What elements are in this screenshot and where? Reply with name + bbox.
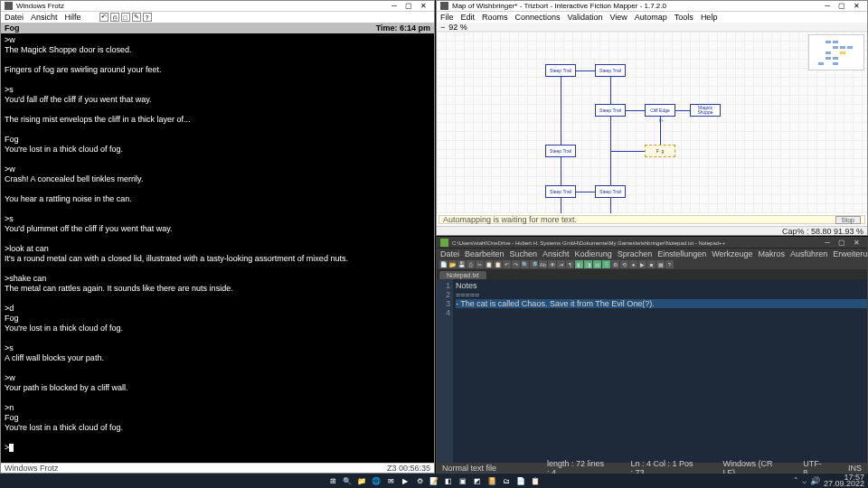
menu-rooms[interactable]: Rooms (482, 13, 508, 22)
menu-help[interactable]: Help (701, 13, 718, 22)
connection[interactable] (675, 110, 690, 111)
menu-automap[interactable]: Automap (635, 13, 667, 22)
tool-icon[interactable]: ✎ (132, 13, 141, 22)
editor-text[interactable]: Notes=====- The cat is called Chaos. Sav… (453, 279, 867, 463)
room-steep-trail[interactable]: Steep Trail (545, 64, 576, 77)
maximize-button[interactable]: ▢ (401, 2, 416, 11)
room-steep-trail[interactable]: Steep Trail (595, 64, 626, 77)
tab-notepad[interactable]: Notepad.txt (439, 271, 486, 279)
npp-tool-icon[interactable]: 🔎 (530, 260, 538, 268)
menu-connections[interactable]: Connections (515, 13, 561, 22)
tool-icon[interactable]: ⎙ (110, 13, 119, 22)
tray-clock[interactable]: 17:57 27.09.2022 (824, 474, 864, 487)
tool-icon[interactable]: ↶ (99, 13, 108, 22)
taskbar[interactable]: ⊞🔍📁🌐✉▶⚙📝◧▣◩📔🗂📄📋 ˄ ⌵ 🔊 17:57 27.09.2022 (0, 474, 868, 488)
m-datei[interactable]: Datei (440, 249, 459, 258)
npp-tool-icon[interactable]: Ab (539, 260, 547, 268)
room-steep-trail[interactable]: Steep Trail (545, 145, 576, 157)
npp-tool-icon[interactable]: 📂 (448, 260, 457, 268)
npp-editor[interactable]: 1234 Notes=====- The cat is called Chaos… (437, 279, 867, 463)
taskbar-item[interactable]: ▣ (457, 475, 469, 486)
npp-tool-icon[interactable]: ▦ (656, 260, 665, 268)
menu-tools[interactable]: Tools (675, 13, 693, 22)
npp-tool-icon[interactable]: 📄 (439, 260, 448, 268)
menu-hilfe[interactable]: Hilfe (65, 13, 81, 22)
room-magick-shoppe[interactable]: Magick Shoppe (690, 104, 721, 117)
triz-canvas[interactable]: Steep TrailSteep TrailSteep TrailCliff E… (437, 32, 867, 213)
maximize-button[interactable]: ▢ (835, 2, 849, 11)
taskbar-item[interactable]: ◩ (471, 475, 484, 486)
connection[interactable] (561, 77, 561, 145)
npp-tool-icon[interactable]: ■ (647, 260, 656, 268)
minimize-button[interactable]: ─ (820, 239, 835, 248)
connection[interactable] (576, 70, 595, 71)
minimap[interactable] (808, 34, 864, 70)
connection[interactable] (610, 77, 611, 104)
taskbar-item[interactable]: 📔 (486, 475, 498, 486)
m-suchen[interactable]: Suchen (510, 249, 538, 258)
room-steep-trail[interactable]: Steep Trail (595, 104, 626, 117)
connection[interactable] (610, 151, 611, 213)
connection[interactable] (561, 157, 561, 185)
npp-tool-icon[interactable]: ⟲ (620, 260, 628, 268)
m-kodierung[interactable]: Kodierung (575, 249, 612, 258)
m-sprachen[interactable]: Sprachen (618, 249, 653, 258)
frotz-titlebar[interactable]: Windows Frotz ─ ▢ ✕ (1, 1, 434, 12)
room-fog[interactable]: Fog (645, 145, 675, 157)
connection[interactable] (576, 192, 595, 192)
taskbar-item[interactable]: ⚙ (413, 475, 426, 486)
m-erw[interactable]: Erweiterungen (833, 249, 868, 258)
taskbar-item[interactable]: 📁 (355, 475, 368, 486)
taskbar-item[interactable]: ◧ (442, 475, 455, 486)
m-ausf[interactable]: Ausführen (790, 249, 827, 258)
npp-tool-icon[interactable]: ◨ (584, 260, 592, 268)
connection[interactable] (610, 151, 645, 152)
tray-chevron-icon[interactable]: ˄ (794, 476, 798, 485)
npp-tool-icon[interactable]: ↶ (503, 260, 511, 268)
m-bearbeiten[interactable]: Bearbeiten (465, 249, 505, 258)
npp-titlebar[interactable]: C:\Users\stahl\OneDrive - Hubert H. Syst… (437, 238, 867, 249)
menu-view[interactable]: View (609, 13, 627, 22)
npp-tool-icon[interactable]: 🔍 (521, 260, 529, 268)
npp-tool-icon[interactable]: 💾 (458, 260, 466, 268)
menu-edit[interactable]: Edit (461, 13, 476, 22)
connection[interactable] (626, 110, 645, 111)
taskbar-item[interactable]: 📄 (514, 475, 527, 486)
m-werkz[interactable]: Werkzeuge (712, 249, 752, 258)
room-cliff-edge[interactable]: Cliff Edge (645, 104, 675, 117)
npp-tool-icon[interactable]: 👁 (548, 260, 556, 268)
m-ansicht[interactable]: Ansicht (542, 249, 570, 258)
room-steep-trail[interactable]: Steep Trail (595, 185, 626, 198)
minimize-button[interactable]: ─ (820, 2, 835, 11)
close-button[interactable]: ✕ (849, 2, 863, 11)
taskbar-item[interactable]: ▶ (399, 475, 411, 486)
menu-ansicht[interactable]: Ansicht (31, 13, 58, 22)
taskbar-item[interactable]: 🌐 (370, 475, 382, 486)
taskbar-item[interactable]: 📋 (529, 475, 542, 486)
npp-tool-icon[interactable]: ⎙ (467, 260, 475, 268)
npp-tool-icon[interactable]: ⚙ (611, 260, 619, 268)
menu-validation[interactable]: Validation (568, 13, 603, 22)
close-button[interactable]: ✕ (849, 239, 863, 248)
taskbar-item[interactable]: 🔍 (341, 475, 354, 486)
m-makros[interactable]: Makros (759, 249, 786, 258)
npp-tool-icon[interactable]: 📋 (485, 260, 493, 268)
minimize-button[interactable]: ─ (387, 2, 401, 11)
tool-icon[interactable]: ? (143, 13, 152, 22)
npp-tool-icon[interactable]: ● (629, 260, 637, 268)
tool-icon[interactable]: □ (121, 13, 130, 22)
prompt-line[interactable]: > (5, 443, 430, 453)
triz-titlebar[interactable]: Map of Wishbringer* - Trizbort - Interac… (437, 1, 867, 12)
npp-tool-icon[interactable]: ▶ (638, 260, 646, 268)
frotz-terminal[interactable]: >wThe Magick Shoppe door is closed. Fing… (1, 33, 434, 463)
npp-tool-icon[interactable]: 📋 (494, 260, 502, 268)
maximize-button[interactable]: ▢ (835, 239, 849, 248)
npp-tool-icon[interactable]: ↷ (512, 260, 520, 268)
taskbar-item[interactable]: ⊞ (326, 475, 339, 486)
npp-tool-icon[interactable]: ✂ (476, 260, 484, 268)
npp-tool-icon[interactable]: ☰ (602, 260, 610, 268)
taskbar-item[interactable]: 📝 (428, 475, 440, 486)
npp-tool-icon[interactable]: ? (665, 260, 674, 268)
zoom-out-icon[interactable]: − (440, 23, 445, 32)
taskbar-item[interactable]: ✉ (384, 475, 397, 486)
